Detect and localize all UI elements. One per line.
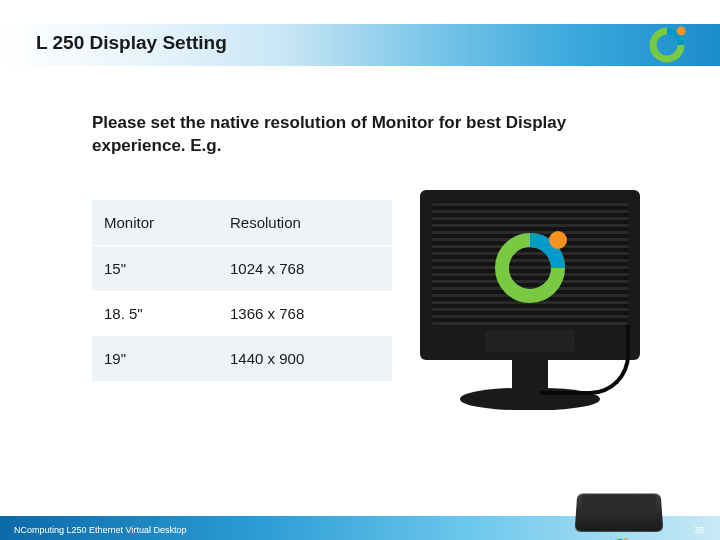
table-row: 19" 1440 x 900	[92, 336, 392, 381]
page-number: 35	[694, 525, 704, 535]
header-monitor: Monitor	[92, 200, 218, 246]
table-header-row: Monitor Resolution	[92, 200, 392, 246]
table-row: 18. 5" 1366 x 768	[92, 291, 392, 336]
device-brand-logo	[607, 535, 632, 540]
page-title: L 250 Display Setting	[36, 32, 227, 54]
monitor-illustration	[400, 190, 660, 420]
cell-resolution: 1024 x 768	[218, 246, 392, 292]
cell-resolution: 1366 x 768	[218, 291, 392, 336]
brand-logo	[642, 20, 692, 74]
cell-monitor: 15"	[92, 246, 218, 292]
cell-monitor: 18. 5"	[92, 291, 218, 336]
resolution-table: Monitor Resolution 15" 1024 x 768 18. 5"…	[92, 200, 392, 381]
table-row: 15" 1024 x 768	[92, 246, 392, 292]
monitor-brand-logo	[480, 218, 580, 322]
instruction-text: Please set the native resolution of Moni…	[92, 112, 650, 158]
device-illustration	[576, 492, 662, 532]
cable-icon	[540, 325, 630, 395]
footer-text: NComputing L250 Ethernet Virtual Desktop	[14, 525, 186, 535]
svg-point-1	[677, 27, 686, 36]
cell-resolution: 1440 x 900	[218, 336, 392, 381]
cell-monitor: 19"	[92, 336, 218, 381]
svg-point-3	[549, 231, 567, 249]
header-resolution: Resolution	[218, 200, 392, 246]
